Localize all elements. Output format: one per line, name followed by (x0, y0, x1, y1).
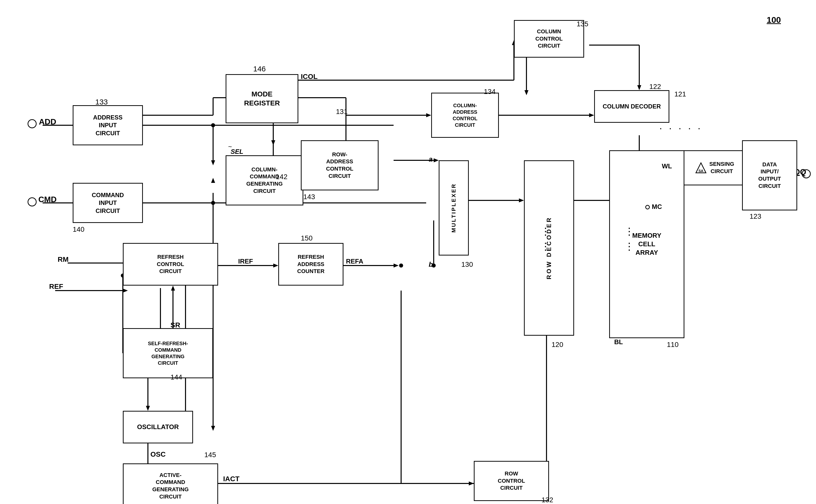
connection-lines (0, 0, 816, 504)
iact-label: IACT (223, 475, 240, 483)
b-label: b (429, 261, 433, 269)
cmd-terminal (28, 197, 37, 206)
memory-cell-block: MEMORY CELL ARRAY (609, 150, 684, 338)
svg-point-82 (399, 264, 403, 268)
svg-marker-33 (171, 286, 175, 291)
svg-marker-11 (211, 160, 215, 165)
label-146: 146 (253, 65, 266, 73)
svg-marker-31 (394, 264, 399, 268)
svg-marker-27 (123, 289, 128, 293)
bl-label: BL (614, 338, 623, 346)
label-150: 150 (301, 234, 313, 242)
label-134: 134 (484, 88, 496, 96)
address-input-block: ADDRESS INPUT CIRCUIT (73, 105, 143, 145)
svg-marker-60 (519, 198, 524, 202)
data-io-block: DATA INPUT/ OUTPUT CIRCUIT (742, 140, 797, 210)
ref-label: REF (49, 283, 63, 291)
refresh-control-block: REFRESH CONTROL CIRCUIT (123, 243, 218, 286)
column-decoder-block: COLUMN DECODER (594, 90, 669, 123)
label-110: 110 (667, 341, 679, 349)
mc-label: MC (652, 203, 662, 211)
label-130: 130 (461, 261, 473, 269)
column-address-control-block: COLUMN- ADDRESS CONTROL CIRCUIT (431, 93, 499, 138)
svg-marker-55 (637, 85, 641, 90)
label-122: 122 (649, 83, 661, 91)
refresh-address-block: REFRESH ADDRESS COUNTER (278, 243, 343, 286)
self-refresh-block: SELF-REFRESH- COMMAND GENERATING CIRCUIT (123, 328, 213, 378)
svg-text:SA: SA (699, 169, 704, 173)
svg-marker-46 (426, 113, 431, 117)
label-145: 145 (204, 451, 216, 459)
label-144: 144 (170, 373, 182, 381)
label-143: 143 (303, 193, 315, 201)
iref-label: IREF (238, 258, 253, 265)
svg-marker-35 (146, 406, 150, 411)
label-121: 121 (674, 90, 686, 98)
column-command-block: COLUMN- COMMAND GENERATING CIRCUIT (226, 155, 303, 205)
oscillator-block: OSCILLATOR (123, 411, 193, 443)
label-120: 120 (551, 341, 563, 349)
svg-marker-52 (524, 90, 528, 95)
svg-marker-23 (211, 426, 215, 431)
a-label: a (429, 155, 433, 163)
label-135: 135 (576, 20, 588, 28)
mode-register-block: MODE REGISTER (226, 74, 298, 123)
chip-number: 100 (767, 15, 781, 25)
sr-label: SR (170, 321, 180, 329)
active-command-block: ACTIVE- COMMAND GENERATING CIRCUIT (123, 463, 218, 504)
svg-marker-50 (589, 113, 594, 117)
add-label: ADD (39, 117, 56, 127)
sensing-circuit-block: SA SENSINGCIRCUIT (677, 150, 752, 185)
rm-label: RM (58, 256, 69, 264)
column-control-block: COLUMN CONTROL CIRCUIT (514, 20, 584, 58)
circuit-diagram: ADD CMD DQ ADDRESS INPUT CIRCUIT 133 COM… (0, 0, 816, 504)
svg-marker-48 (434, 158, 439, 162)
svg-marker-19 (211, 178, 215, 183)
svg-marker-29 (273, 264, 278, 268)
command-input-block: COMMAND INPUT CIRCUIT (73, 183, 143, 223)
label-131: 131 (336, 108, 348, 116)
cmd-label: CMD (38, 195, 57, 204)
icol-label: ICOL (301, 73, 318, 81)
label-140: 140 (73, 225, 84, 233)
wl-label: WL (662, 162, 672, 170)
label-133: 133 (95, 98, 108, 106)
multiplexer-block: MULTIPLEXER (439, 160, 469, 256)
label-132: 132 (541, 496, 553, 504)
osc-label: OSC (150, 450, 166, 458)
add-terminal (28, 119, 37, 128)
refa-label: REFA (346, 258, 363, 265)
row-control-block: ROW CONTROL CIRCUIT (474, 461, 549, 501)
label-123: 123 (750, 212, 761, 220)
row-address-control-block: ROW- ADDRESS CONTROL CIRCUIT (301, 140, 379, 190)
sel-label: SEL (231, 148, 244, 156)
label-142: 142 (276, 173, 288, 181)
